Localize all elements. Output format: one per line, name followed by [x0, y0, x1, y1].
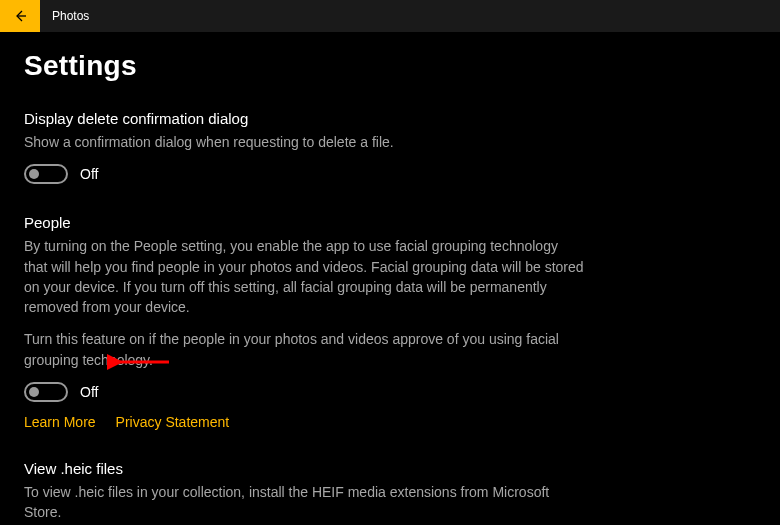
toggle-label: Off [80, 384, 98, 400]
toggle-row: Off [24, 382, 584, 402]
links-row: Learn More Privacy Statement [24, 414, 584, 430]
people-toggle[interactable] [24, 382, 68, 402]
section-desc: Show a confirmation dialog when requesti… [24, 132, 584, 152]
toggle-label: Off [80, 166, 98, 182]
privacy-statement-link[interactable]: Privacy Statement [116, 414, 230, 430]
section-people: People By turning on the People setting,… [24, 214, 584, 430]
toggle-knob-icon [29, 387, 39, 397]
section-heic: View .heic files To view .heic files in … [24, 460, 584, 525]
app-title: Photos [52, 9, 89, 23]
section-title: Display delete confirmation dialog [24, 110, 584, 127]
page-title: Settings [24, 50, 756, 82]
back-arrow-icon [12, 8, 28, 24]
section-desc: By turning on the People setting, you en… [24, 236, 584, 317]
learn-more-link[interactable]: Learn More [24, 414, 96, 430]
settings-content: Settings Display delete confirmation dia… [0, 32, 780, 525]
back-button[interactable] [0, 0, 40, 32]
section-delete-confirm: Display delete confirmation dialog Show … [24, 110, 584, 184]
section-desc: Turn this feature on if the people in yo… [24, 329, 584, 370]
section-desc: To view .heic files in your collection, … [24, 482, 584, 523]
toggle-knob-icon [29, 169, 39, 179]
titlebar: Photos [0, 0, 780, 32]
delete-confirm-toggle[interactable] [24, 164, 68, 184]
section-title: View .heic files [24, 460, 584, 477]
toggle-row: Off [24, 164, 584, 184]
section-title: People [24, 214, 584, 231]
